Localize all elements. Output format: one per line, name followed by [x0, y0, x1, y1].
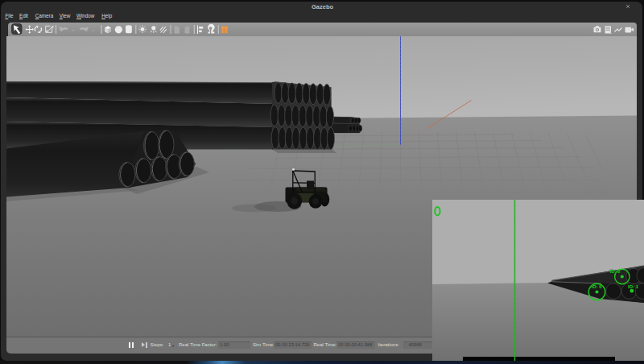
svg-text:ID: 0: ID: 0 [592, 284, 603, 289]
svg-text:ID: 1: ID: 1 [628, 284, 639, 289]
svg-text:ID: 2: ID: 2 [610, 269, 621, 274]
